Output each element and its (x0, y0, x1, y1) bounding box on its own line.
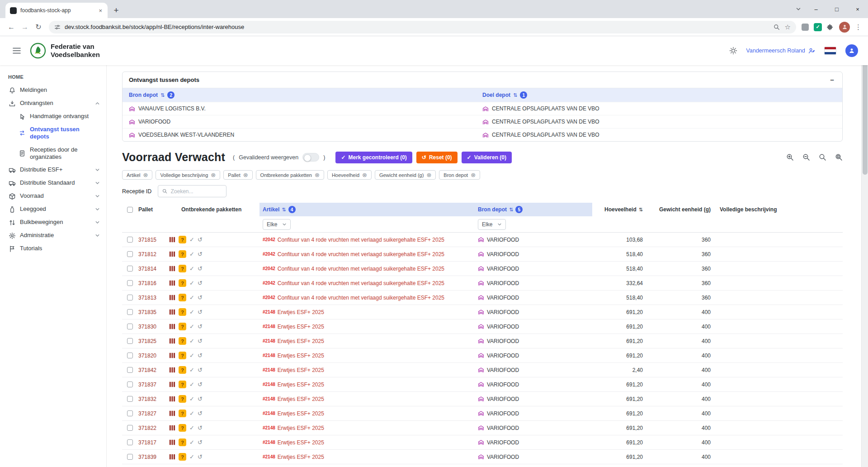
validate-button[interactable]: ✓ Valideren (0) (462, 152, 512, 163)
browser-profile-avatar[interactable] (839, 22, 850, 33)
remove-chip-icon[interactable]: ⊗ (315, 172, 320, 178)
article-link[interactable]: #2148 Erwtjes ESF+ 2025 (259, 435, 475, 449)
row-checkbox[interactable] (127, 251, 133, 257)
refresh-icon[interactable]: ↺ (198, 294, 203, 301)
pallet-number[interactable]: 371812 (138, 247, 169, 261)
remove-chip-icon[interactable]: ⊗ (211, 172, 216, 178)
browser-tab[interactable]: foodbanks-stock-app × (5, 3, 108, 18)
missing-packages-badge[interactable]: ? (179, 438, 186, 446)
refresh-icon[interactable]: ↺ (198, 410, 203, 417)
check-icon[interactable]: ✓ (189, 381, 194, 388)
source-depot-column-header[interactable]: Bron depot ⇅ 5 (475, 203, 592, 216)
article-link[interactable]: #2148 Erwtjes ESF+ 2025 (259, 421, 475, 435)
refresh-icon[interactable]: ↺ (198, 251, 203, 257)
row-checkbox[interactable] (127, 396, 133, 402)
pallet-number[interactable]: 371816 (138, 276, 169, 290)
missing-packages-badge[interactable]: ? (179, 453, 186, 461)
remove-chip-icon[interactable]: ⊗ (143, 172, 148, 178)
check-icon[interactable]: ✓ (189, 236, 194, 243)
check-icon[interactable]: ✓ (189, 251, 194, 257)
check-icon[interactable]: ✓ (189, 294, 194, 301)
sidebar-item[interactable]: Distributie Standaard (0, 176, 106, 190)
sidebar-item[interactable]: Meldingen (0, 84, 106, 97)
refresh-icon[interactable]: ↺ (198, 439, 203, 446)
pallet-number[interactable]: 371825 (138, 334, 169, 348)
row-checkbox[interactable] (127, 309, 133, 315)
article-column-header[interactable]: Artikel ⇅ 4 (259, 203, 475, 216)
missing-packages-badge[interactable]: ? (179, 366, 186, 374)
quantity-column-header[interactable]: Hoeveelheid ⇅ (592, 203, 643, 216)
article-link[interactable]: #2148 Erwtjes ESF+ 2025 (259, 334, 475, 348)
article-link[interactable]: #2148 Erwtjes ESF+ 2025 (259, 305, 475, 319)
row-checkbox[interactable] (127, 266, 133, 272)
check-icon[interactable]: ✓ (189, 265, 194, 272)
pallet-number[interactable]: 371814 (138, 262, 169, 276)
article-link[interactable]: #2042 Confituur van 4 rode vruchten met … (259, 291, 475, 305)
weight-column-header[interactable]: Gewicht eenheid (g) (643, 203, 711, 216)
extension-icon[interactable] (802, 24, 809, 31)
missing-packages-badge[interactable]: ? (179, 279, 186, 287)
pallet-number[interactable]: 371837 (138, 377, 169, 391)
missing-packages-badge[interactable]: ? (179, 308, 186, 316)
window-maximize-button[interactable]: □ (826, 0, 847, 18)
window-close-button[interactable]: × (847, 0, 868, 18)
page-scrollbar[interactable] (861, 36, 868, 467)
bookmark-star-icon[interactable]: ☆ (785, 23, 791, 31)
remove-chip-icon[interactable]: ⊗ (426, 172, 431, 178)
address-bar[interactable]: dev.stock.foodbanksit.be/stock/app/nl-BE… (49, 21, 796, 33)
zoom-selection-icon[interactable] (835, 153, 843, 161)
validated-toggle[interactable] (302, 153, 319, 162)
sidebar-item[interactable]: Tutorials (0, 242, 106, 255)
row-checkbox[interactable] (127, 280, 133, 286)
check-icon[interactable]: ✓ (189, 396, 194, 402)
refresh-icon[interactable]: ↺ (198, 280, 203, 286)
pallet-number[interactable]: 371835 (138, 305, 169, 319)
filter-chip[interactable]: Volledige beschrijving ⊗ (156, 170, 220, 180)
theme-toggle-icon[interactable] (729, 47, 737, 55)
check-icon[interactable]: ✓ (189, 309, 194, 315)
article-link[interactable]: #2148 Erwtjes ESF+ 2025 (259, 319, 475, 334)
article-link[interactable]: #2148 Erwtjes ESF+ 2025 (259, 406, 475, 420)
zoom-out-icon[interactable] (802, 153, 810, 161)
sidebar-item[interactable]: Voorraad (0, 190, 106, 203)
row-checkbox[interactable] (127, 324, 133, 329)
pallet-number[interactable]: 371815 (138, 233, 169, 247)
sidebar-item[interactable]: Distributie ESF+ (0, 163, 106, 176)
pallet-number[interactable]: 371820 (138, 348, 169, 362)
missing-packages-badge[interactable]: ? (179, 395, 186, 403)
search-icon[interactable] (819, 153, 826, 161)
filter-chip[interactable]: Ontbrekende pakketten ⊗ (256, 170, 324, 180)
check-icon[interactable]: ✓ (189, 453, 194, 460)
url-text[interactable]: dev.stock.foodbanksit.be/stock/app/nl-BE… (65, 24, 769, 30)
missing-packages-badge[interactable]: ? (179, 381, 186, 388)
pallet-number[interactable]: 371842 (138, 363, 169, 377)
select-all-checkbox[interactable] (127, 207, 133, 213)
missing-packages-badge[interactable]: ? (179, 250, 186, 258)
browser-menu-icon[interactable]: ⋮ (855, 23, 862, 31)
row-checkbox[interactable] (127, 381, 133, 387)
article-link[interactable]: #2042 Confituur van 4 rode vruchten met … (259, 262, 475, 276)
row-checkbox[interactable] (127, 237, 133, 243)
refresh-icon[interactable]: ↺ (198, 309, 203, 315)
article-link[interactable]: #2042 Confituur van 4 rode vruchten met … (259, 233, 475, 247)
sidebar-item[interactable]: Administratie (0, 229, 106, 242)
sidebar-item[interactable]: Handmatige ontvangst (0, 110, 106, 123)
receptie-search-box[interactable] (158, 185, 226, 197)
refresh-icon[interactable]: ↺ (198, 367, 203, 373)
missing-packages-badge[interactable]: ? (179, 410, 186, 417)
article-link[interactable]: #2148 Erwtjes ESF+ 2025 (259, 363, 475, 377)
window-minimize-button[interactable]: – (806, 0, 826, 18)
refresh-icon[interactable]: ↺ (198, 352, 203, 359)
missing-packages-badge[interactable]: ? (179, 265, 186, 272)
pallet-number[interactable]: 371822 (138, 421, 169, 435)
remove-chip-icon[interactable]: ⊗ (471, 172, 476, 178)
transfer-row[interactable]: VANAUVE LOGISTICS B.V. CENTRALE OPSLAGPL… (123, 102, 842, 115)
missing-packages-badge[interactable]: ? (179, 424, 186, 432)
sidebar-item[interactable]: Ontvangsten (0, 97, 106, 110)
article-link[interactable]: #2148 Erwtjes ESF+ 2025 (259, 464, 475, 467)
sort-icon[interactable]: ⇅ (282, 207, 286, 213)
filter-chip[interactable]: Bron depot ⊗ (439, 170, 480, 180)
row-checkbox[interactable] (127, 439, 133, 445)
refresh-icon[interactable]: ↺ (198, 265, 203, 272)
transfer-row[interactable]: VOEDSELBANK WEST-VLAANDEREN CENTRALE OPS… (123, 128, 842, 141)
